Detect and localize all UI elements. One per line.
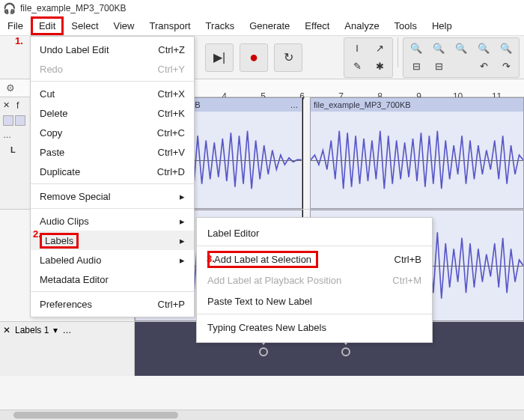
- annotation-2: 2.: [33, 228, 41, 240]
- draw-tool-icon[interactable]: ✎: [347, 58, 368, 75]
- redo-icon[interactable]: ↷: [496, 58, 517, 75]
- shortcut-label: Ctrl+M: [392, 275, 421, 286]
- app-icon: 🎧: [3, 2, 16, 14]
- submenu-item-paste-text-to-new-label[interactable]: Paste Text to New Label: [197, 290, 432, 311]
- menu-transport[interactable]: Transport: [141, 17, 198, 34]
- shortcut-label: Ctrl+B: [394, 254, 421, 265]
- submenu-arrow-icon: ▸: [180, 235, 185, 246]
- menu-item-labels[interactable]: Labels▸: [31, 231, 194, 250]
- menu-item-paste[interactable]: PasteCtrl+V: [31, 142, 194, 162]
- submenu-arrow-icon: ▸: [180, 216, 185, 227]
- annotation-1: 1.: [15, 35, 23, 46]
- playhead-line: [302, 97, 303, 209]
- submenu-item-add-label-at-playback-position: Add Label at Playback PositionCtrl+M: [197, 270, 432, 290]
- menu-effect[interactable]: Effect: [297, 17, 337, 34]
- menu-item-label: Copy: [40, 127, 62, 139]
- close-icon[interactable]: ✕: [3, 325, 10, 335]
- menu-item-label: Redo: [40, 64, 63, 75]
- menu-item-label: Metadata Editor: [40, 274, 109, 285]
- submenu-arrow-icon: ▸: [180, 255, 185, 266]
- menu-item-label: Undo Label Edit: [40, 44, 109, 55]
- multi-tool-icon[interactable]: ✱: [369, 58, 390, 75]
- trim-icon[interactable]: ⊟: [406, 58, 427, 75]
- submenu-arrow-icon: ▸: [180, 191, 185, 202]
- menu-generate[interactable]: Generate: [242, 17, 297, 34]
- menu-item-label: Paste: [40, 147, 64, 158]
- menu-item-labeled-audio[interactable]: Labeled Audio▸: [31, 250, 194, 270]
- scrollbar-thumb[interactable]: [13, 412, 178, 419]
- labels-track-header[interactable]: ✕ Labels 1 ▾ …: [0, 322, 135, 376]
- menu-item-metadata-editor[interactable]: Metadata Editor: [31, 270, 194, 289]
- menu-file[interactable]: File: [0, 17, 31, 34]
- ibeam-tool-icon[interactable]: I: [347, 40, 368, 57]
- shortcut-label: Ctrl+Z: [158, 44, 185, 55]
- menu-item-label: Duplicate: [40, 166, 80, 177]
- window-title: file_example_MP3_700KB: [20, 3, 126, 13]
- empty-tool: [451, 58, 472, 75]
- record-button[interactable]: ●: [240, 43, 268, 72]
- zoom-toggle-icon[interactable]: 🔍: [496, 40, 517, 57]
- menu-item-duplicate[interactable]: DuplicateCtrl+D: [31, 162, 194, 181]
- submenu-item-label: Typing Creates New Labels: [207, 322, 326, 333]
- fit-selection-icon[interactable]: 🔍: [451, 40, 472, 57]
- submenu-item-typing-creates-new-labels[interactable]: Typing Creates New Labels: [197, 317, 432, 338]
- menu-help[interactable]: Help: [424, 17, 460, 34]
- menu-item-label: Labels: [40, 233, 79, 249]
- tools-group-zoom: 🔍 🔍 🔍 🔍 🔍 ⊟ ⊟ ↶ ↷: [403, 37, 520, 78]
- menu-analyze[interactable]: Analyze: [337, 17, 386, 34]
- play-button[interactable]: ▶|: [205, 43, 234, 72]
- close-icon[interactable]: ✕: [3, 100, 10, 110]
- submenu-item-label: Paste Text to New Label: [207, 296, 312, 307]
- menu-item-delete[interactable]: DeleteCtrl+K: [31, 103, 194, 123]
- annotation-3: 3.: [207, 253, 215, 264]
- menu-item-audio-clips[interactable]: Audio Clips▸: [31, 211, 194, 231]
- menu-bar: File Edit Select View Transport Tracks G…: [0, 16, 524, 36]
- shortcut-label: Ctrl+P: [158, 299, 185, 310]
- zoom-out-icon[interactable]: 🔍: [428, 40, 449, 57]
- chevron-down-icon[interactable]: ▾: [53, 325, 58, 335]
- menu-tools[interactable]: Tools: [387, 17, 424, 34]
- menu-item-redo: RedoCtrl+Y: [31, 59, 194, 79]
- title-bar: 🎧 file_example_MP3_700KB: [0, 0, 524, 16]
- clip-title: file_example_MP3_700KB: [314, 100, 411, 109]
- menu-view[interactable]: View: [106, 17, 142, 34]
- shortcut-label: Ctrl+D: [157, 166, 185, 177]
- labels-submenu: Label EditorAdd Label at SelectionCtrl+B…: [196, 217, 433, 343]
- submenu-item-label-editor[interactable]: Label Editor: [197, 222, 432, 243]
- submenu-item-label: Add Label at Selection: [207, 251, 318, 268]
- menu-item-label: Audio Clips: [40, 216, 89, 227]
- envelope-tool-icon[interactable]: ↗: [369, 40, 390, 57]
- shortcut-label: Ctrl+X: [158, 88, 185, 100]
- menu-item-label: Remove Special: [40, 191, 111, 202]
- menu-select[interactable]: Select: [64, 17, 106, 34]
- track-menu-icon[interactable]: …: [3, 130, 11, 139]
- horizontal-scrollbar[interactable]: [0, 410, 524, 420]
- gear-icon[interactable]: ⚙: [6, 82, 15, 94]
- edit-menu-dropdown: Undo Label EditCtrl+ZRedoCtrl+YCutCtrl+X…: [30, 36, 195, 317]
- clip-menu-icon[interactable]: …: [290, 100, 299, 109]
- labels-track-menu-icon[interactable]: …: [62, 325, 71, 335]
- toolbar-separator: [397, 37, 398, 67]
- audio-clip-2[interactable]: file_example_MP3_700KB: [310, 97, 524, 209]
- menu-item-undo-label-edit[interactable]: Undo Label EditCtrl+Z: [31, 40, 194, 59]
- shortcut-label: Ctrl+K: [158, 108, 185, 119]
- shortcut-label: Ctrl+V: [158, 147, 185, 158]
- silence-icon[interactable]: ⊟: [428, 58, 449, 75]
- menu-item-copy[interactable]: CopyCtrl+C: [31, 123, 194, 142]
- submenu-item-label: Add Label at Playback Position: [207, 275, 341, 286]
- menu-tracks[interactable]: Tracks: [198, 17, 243, 34]
- tools-group-edit: I ↗ ✎ ✱: [344, 37, 393, 78]
- menu-item-remove-special[interactable]: Remove Special▸: [31, 186, 194, 206]
- undo-icon[interactable]: ↶: [473, 58, 494, 75]
- menu-item-label: Labeled Audio: [40, 255, 101, 266]
- mute-solo-buttons[interactable]: [3, 115, 25, 126]
- submenu-item-add-label-at-selection[interactable]: Add Label at SelectionCtrl+B: [197, 249, 432, 270]
- menu-item-label: Preferences: [40, 299, 92, 310]
- loop-button[interactable]: ↻: [274, 43, 302, 72]
- menu-edit[interactable]: Edit: [31, 16, 64, 35]
- zoom-in-icon[interactable]: 🔍: [406, 40, 427, 57]
- fit-project-icon[interactable]: 🔍: [473, 40, 494, 57]
- menu-item-label: Delete: [40, 108, 68, 119]
- menu-item-cut[interactable]: CutCtrl+X: [31, 84, 194, 103]
- menu-item-preferences[interactable]: PreferencesCtrl+P: [31, 294, 194, 314]
